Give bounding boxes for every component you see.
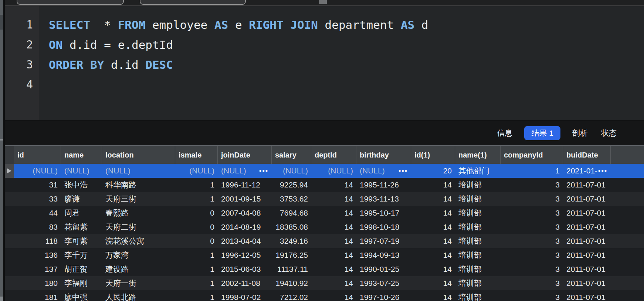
table-cell[interactable]: 2007-04-08 bbox=[218, 206, 272, 220]
table-cell[interactable]: 2011-07-01 bbox=[563, 290, 611, 301]
table-cell[interactable]: 天府三街 bbox=[102, 192, 175, 206]
row-handle[interactable] bbox=[5, 234, 14, 248]
table-row[interactable]: 118李可紫浣花溪公寓02013-04-043249.16141997-07-1… bbox=[5, 234, 644, 248]
table-row[interactable]: 33廖谦天府三街12001-09-153753.62141993-11-1314… bbox=[5, 192, 644, 206]
result-tab-profile[interactable]: 剖析 bbox=[571, 126, 589, 140]
code-line[interactable]: ORDER BY d.id DESC bbox=[49, 55, 644, 75]
table-cell[interactable]: 14 bbox=[411, 262, 455, 276]
table-cell[interactable]: 19176.25 bbox=[272, 248, 311, 262]
table-cell[interactable]: 培训部 bbox=[455, 192, 501, 206]
table-cell[interactable]: 科华南路 bbox=[102, 178, 175, 192]
table-cell[interactable]: 1994-09-13 bbox=[356, 248, 411, 262]
table-cell[interactable]: (NULL) bbox=[175, 164, 218, 178]
table-cell[interactable]: 9225.94 bbox=[272, 178, 311, 192]
table-cell[interactable]: 14 bbox=[411, 192, 455, 206]
column-header-salary[interactable]: salary bbox=[272, 146, 311, 164]
table-cell[interactable]: 1996-11-12 bbox=[218, 178, 272, 192]
table-cell[interactable]: 2021-01-••• bbox=[563, 164, 611, 178]
column-header-id1[interactable]: id(1) bbox=[411, 146, 455, 164]
column-header-companyId[interactable]: companyId bbox=[501, 146, 563, 164]
result-tab-result1[interactable]: 结果 1 bbox=[524, 126, 560, 140]
table-cell[interactable]: 廖中强 bbox=[61, 290, 102, 301]
table-cell[interactable]: 培训部 bbox=[455, 178, 501, 192]
row-handle[interactable] bbox=[5, 220, 14, 234]
query-tab-partial-1[interactable] bbox=[17, 0, 124, 5]
table-cell[interactable]: 其他部门 bbox=[455, 164, 501, 178]
ellipsis-button[interactable]: ••• bbox=[259, 164, 268, 178]
table-cell[interactable]: 14 bbox=[311, 220, 356, 234]
table-cell[interactable]: 14 bbox=[311, 206, 356, 220]
table-cell[interactable]: 14 bbox=[311, 248, 356, 262]
table-cell[interactable]: 2015-06-03 bbox=[218, 262, 272, 276]
table-cell[interactable]: 14 bbox=[411, 290, 455, 301]
table-cell[interactable]: 14 bbox=[311, 276, 356, 290]
table-cell[interactable]: 培训部 bbox=[455, 262, 501, 276]
table-cell[interactable]: 1993-11-13 bbox=[356, 192, 411, 206]
result-tab-status[interactable]: 状态 bbox=[600, 126, 618, 140]
table-cell[interactable]: 廖谦 bbox=[61, 192, 102, 206]
column-header-id[interactable]: id bbox=[14, 146, 61, 164]
ellipsis-button[interactable]: ••• bbox=[399, 164, 408, 178]
table-cell[interactable]: 培训部 bbox=[455, 234, 501, 248]
row-handle[interactable] bbox=[5, 164, 14, 178]
table-cell[interactable]: 14 bbox=[411, 276, 455, 290]
table-cell[interactable]: 万家湾 bbox=[102, 248, 175, 262]
table-cell[interactable]: 3 bbox=[501, 290, 563, 301]
row-handle[interactable] bbox=[5, 192, 14, 206]
table-cell[interactable]: 3 bbox=[501, 192, 563, 206]
table-row[interactable]: 181廖中强人民北路11998-07-027212.02141997-10-26… bbox=[5, 290, 644, 301]
table-cell[interactable]: 李千万 bbox=[61, 248, 102, 262]
table-cell[interactable]: 浣花溪公寓 bbox=[102, 234, 175, 248]
result-tab-info[interactable]: 信息 bbox=[495, 126, 514, 140]
table-cell[interactable]: 118 bbox=[14, 234, 61, 248]
table-cell[interactable]: (NULL) bbox=[102, 164, 175, 178]
table-cell[interactable]: 3 bbox=[501, 276, 563, 290]
table-cell[interactable]: 3 bbox=[501, 234, 563, 248]
table-cell[interactable]: 7694.68 bbox=[272, 206, 311, 220]
table-cell[interactable]: 2011-07-01 bbox=[563, 206, 611, 220]
table-cell[interactable]: 李可紫 bbox=[61, 234, 102, 248]
table-cell[interactable]: 培训部 bbox=[455, 276, 501, 290]
table-cell[interactable]: 建设路 bbox=[102, 262, 175, 276]
table-cell[interactable]: 3 bbox=[501, 248, 563, 262]
table-cell[interactable]: 2002-11-08 bbox=[218, 276, 272, 290]
table-cell[interactable]: 0 bbox=[175, 234, 218, 248]
table-cell[interactable]: 2011-07-01 bbox=[563, 262, 611, 276]
code-line[interactable]: ON d.id = e.deptId bbox=[49, 35, 644, 55]
table-cell[interactable]: 1 bbox=[175, 178, 218, 192]
row-handle[interactable] bbox=[5, 178, 14, 192]
column-header-birthday[interactable]: birthday bbox=[356, 146, 411, 164]
table-cell[interactable]: 2011-07-01 bbox=[563, 192, 611, 206]
table-row[interactable]: 31张中浩科华南路11996-11-129225.94141995-11-261… bbox=[5, 178, 644, 192]
table-cell[interactable]: 1997-07-19 bbox=[356, 234, 411, 248]
column-header-joinDate[interactable]: joinDate bbox=[218, 146, 272, 164]
table-cell[interactable]: 180 bbox=[14, 276, 61, 290]
table-cell[interactable]: 1 bbox=[175, 276, 218, 290]
column-header-name[interactable]: name bbox=[61, 146, 102, 164]
table-cell[interactable]: 14 bbox=[311, 262, 356, 276]
table-cell[interactable]: 3753.62 bbox=[272, 192, 311, 206]
column-header-name1[interactable]: name(1) bbox=[455, 146, 501, 164]
row-handle[interactable] bbox=[5, 290, 14, 301]
table-cell[interactable]: (NULL) bbox=[14, 164, 61, 178]
table-row[interactable]: 44周君春熙路02007-04-087694.68141995-10-1714培… bbox=[5, 206, 644, 220]
table-cell[interactable]: 14 bbox=[411, 220, 455, 234]
table-cell[interactable]: 0 bbox=[175, 206, 218, 220]
table-cell[interactable]: 3 bbox=[501, 206, 563, 220]
table-cell[interactable]: 1993-07-25 bbox=[356, 276, 411, 290]
table-cell[interactable]: 31 bbox=[14, 178, 61, 192]
row-handle[interactable] bbox=[5, 206, 14, 220]
column-header-deptId[interactable]: deptId bbox=[311, 146, 356, 164]
table-cell[interactable]: 20 bbox=[411, 164, 455, 178]
table-cell[interactable]: 1 bbox=[175, 262, 218, 276]
table-cell[interactable]: 1998-10-18 bbox=[356, 220, 411, 234]
table-cell[interactable]: 1 bbox=[175, 192, 218, 206]
scrollbar-thumb-bottom[interactable] bbox=[0, 297, 3, 301]
table-row[interactable]: 136李千万万家湾11996-12-0519176.25141994-09-13… bbox=[5, 248, 644, 262]
table-cell[interactable]: 1995-11-26 bbox=[356, 178, 411, 192]
table-cell[interactable]: 培训部 bbox=[455, 220, 501, 234]
table-cell[interactable]: 14 bbox=[411, 248, 455, 262]
table-cell[interactable]: (NULL) bbox=[311, 164, 356, 178]
row-handle[interactable] bbox=[5, 248, 14, 262]
table-cell[interactable]: 1 bbox=[175, 290, 218, 301]
